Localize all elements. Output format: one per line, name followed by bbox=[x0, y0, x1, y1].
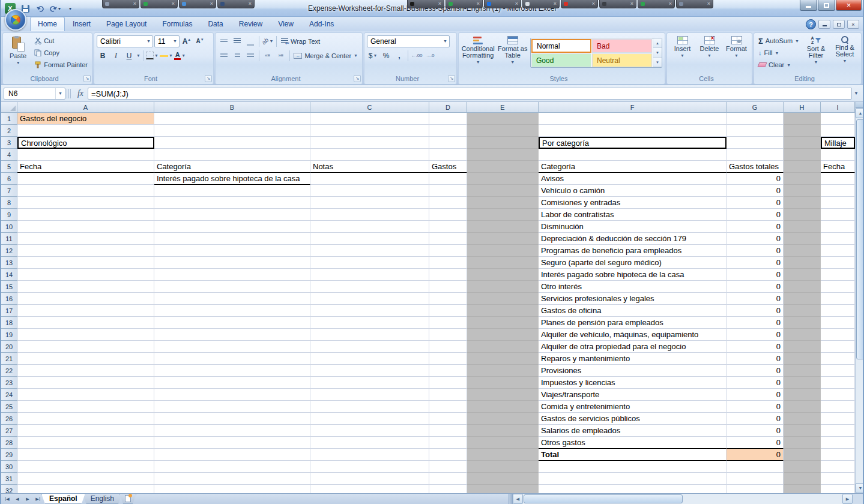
horizontal-scroll-thumb[interactable] bbox=[524, 494, 683, 503]
cell-G3[interactable] bbox=[727, 137, 784, 149]
font-dialog-launcher[interactable]: ↘ bbox=[205, 75, 212, 82]
cell-C16[interactable] bbox=[310, 293, 429, 305]
cell-I20[interactable] bbox=[821, 341, 855, 353]
cell-G22[interactable]: 0 bbox=[727, 365, 784, 377]
cell-F23[interactable]: Impuestos y licencias bbox=[539, 377, 727, 389]
cell-A17[interactable] bbox=[17, 305, 154, 317]
cell-H21[interactable] bbox=[784, 353, 821, 365]
cell-G31[interactable] bbox=[727, 473, 784, 485]
cell-G17[interactable]: 0 bbox=[727, 305, 784, 317]
cell-E29[interactable] bbox=[467, 449, 539, 461]
cell-F3[interactable]: Por categoría bbox=[539, 137, 727, 149]
cell-F21[interactable]: Reparos y mantenimiento bbox=[539, 353, 727, 365]
vertical-scroll-track[interactable] bbox=[856, 118, 863, 483]
background-window-tab[interactable]: × bbox=[522, 0, 560, 8]
formula-bar-grip[interactable] bbox=[67, 89, 72, 98]
cell-I25[interactable] bbox=[821, 401, 855, 413]
cell-C32[interactable] bbox=[310, 485, 429, 493]
cell-B10[interactable] bbox=[154, 221, 310, 233]
cell-G25[interactable]: 0 bbox=[727, 401, 784, 413]
cell-E8[interactable] bbox=[467, 197, 539, 209]
align-right-button[interactable] bbox=[244, 50, 256, 62]
cell-H16[interactable] bbox=[784, 293, 821, 305]
cell-A23[interactable] bbox=[17, 377, 154, 389]
cell-E9[interactable] bbox=[467, 209, 539, 221]
cell-G23[interactable]: 0 bbox=[727, 377, 784, 389]
row-header-23[interactable]: 23 bbox=[1, 377, 17, 389]
insert-worksheet-button[interactable] bbox=[119, 494, 136, 504]
cell-D27[interactable] bbox=[429, 425, 467, 437]
cell-F29[interactable]: Total bbox=[539, 449, 727, 461]
column-header-D[interactable]: D bbox=[429, 102, 467, 113]
ribbon-tab-review[interactable]: Review bbox=[231, 17, 270, 31]
cell-I23[interactable] bbox=[821, 377, 855, 389]
tab-close-icon[interactable]: × bbox=[630, 1, 633, 7]
cell-A21[interactable] bbox=[17, 353, 154, 365]
cell-D24[interactable] bbox=[429, 389, 467, 401]
cell-style-good[interactable]: Good bbox=[531, 53, 591, 67]
cell-B31[interactable] bbox=[154, 473, 310, 485]
cell-H18[interactable] bbox=[784, 317, 821, 329]
cell-F28[interactable]: Otros gastos bbox=[539, 437, 727, 449]
cell-E10[interactable] bbox=[467, 221, 539, 233]
row-header-21[interactable]: 21 bbox=[1, 353, 17, 365]
cell-F24[interactable]: Viajes/transporte bbox=[539, 389, 727, 401]
row-header-11[interactable]: 11 bbox=[1, 233, 17, 245]
cell-A7[interactable] bbox=[17, 185, 154, 197]
sort-filter-button[interactable]: AZ Sort & Filter ▼ bbox=[803, 35, 829, 72]
cell-A4[interactable] bbox=[17, 149, 154, 161]
cell-I28[interactable] bbox=[821, 437, 855, 449]
ribbon-tab-add-ins[interactable]: Add-Ins bbox=[301, 17, 342, 31]
merge-center-button[interactable]: ↔ Merge & Center ▼ bbox=[292, 50, 360, 62]
cell-H23[interactable] bbox=[784, 377, 821, 389]
conditional-formatting-button[interactable]: Conditional Formatting ▼ bbox=[461, 35, 495, 72]
cell-A11[interactable] bbox=[17, 233, 154, 245]
cell-D21[interactable] bbox=[429, 353, 467, 365]
cell-H11[interactable] bbox=[784, 233, 821, 245]
shrink-font-button[interactable]: A▼ bbox=[194, 35, 206, 47]
cell-E5[interactable] bbox=[467, 161, 539, 173]
column-header-I[interactable]: I bbox=[821, 102, 855, 113]
row-header-28[interactable]: 28 bbox=[1, 437, 17, 449]
minimize-button[interactable] bbox=[800, 0, 817, 11]
cell-D9[interactable] bbox=[429, 209, 467, 221]
cell-F31[interactable] bbox=[539, 473, 727, 485]
row-header-24[interactable]: 24 bbox=[1, 389, 17, 401]
cell-B12[interactable] bbox=[154, 245, 310, 257]
gallery-more-button[interactable]: ▼ bbox=[653, 58, 662, 67]
cell-E1[interactable] bbox=[467, 113, 539, 125]
cell-H31[interactable] bbox=[784, 473, 821, 485]
copy-button[interactable]: Copy bbox=[32, 47, 89, 59]
cell-F30[interactable] bbox=[539, 461, 727, 473]
cell-H8[interactable] bbox=[784, 197, 821, 209]
cell-D20[interactable] bbox=[429, 341, 467, 353]
cell-H15[interactable] bbox=[784, 281, 821, 293]
cell-A27[interactable] bbox=[17, 425, 154, 437]
cell-C31[interactable] bbox=[310, 473, 429, 485]
cell-C22[interactable] bbox=[310, 365, 429, 377]
cell-B8[interactable] bbox=[154, 197, 310, 209]
cell-A6[interactable] bbox=[17, 173, 154, 185]
cell-G32[interactable] bbox=[727, 485, 784, 493]
fill-color-button[interactable]: ▼ bbox=[160, 50, 173, 62]
tab-close-icon[interactable]: × bbox=[592, 1, 595, 7]
center-button[interactable] bbox=[231, 50, 243, 62]
cell-C25[interactable] bbox=[310, 401, 429, 413]
cell-F20[interactable]: Alquiler de otra propiedad para el negoc… bbox=[539, 341, 727, 353]
cell-F13[interactable]: Seguro (aparte del seguro médico) bbox=[539, 257, 727, 269]
tab-close-icon[interactable]: × bbox=[554, 1, 557, 7]
cell-D17[interactable] bbox=[429, 305, 467, 317]
cell-H28[interactable] bbox=[784, 437, 821, 449]
increase-indent-button[interactable]: »≡ bbox=[275, 50, 287, 62]
gallery-down-button[interactable]: ▼ bbox=[653, 48, 662, 58]
cell-I8[interactable] bbox=[821, 197, 855, 209]
cell-I26[interactable] bbox=[821, 413, 855, 425]
cell-A3[interactable]: Chronológico bbox=[17, 137, 154, 149]
cell-F17[interactable]: Gastos de oficina bbox=[539, 305, 727, 317]
cell-G29[interactable]: 0 bbox=[727, 449, 784, 461]
wrap-text-button[interactable]: Wrap Text bbox=[279, 35, 322, 47]
clipboard-dialog-launcher[interactable]: ↘ bbox=[83, 75, 91, 82]
cell-C7[interactable] bbox=[310, 185, 429, 197]
cell-G28[interactable]: 0 bbox=[727, 437, 784, 449]
cell-A32[interactable] bbox=[17, 485, 154, 493]
